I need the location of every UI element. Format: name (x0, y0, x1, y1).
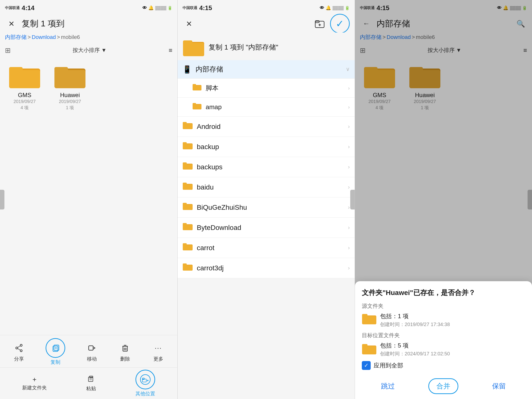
move-action[interactable]: 移动 (85, 341, 99, 362)
share-action[interactable]: 分享 (12, 341, 26, 362)
svg-point-26 (140, 375, 150, 384)
more-action[interactable]: ··· 更多 (152, 341, 165, 362)
dest-folder-icon (362, 343, 377, 356)
folder-list-item-backups[interactable]: backups › (178, 157, 355, 177)
share-icon (12, 341, 26, 355)
folder-list-2: 📱 内部存储 ∨ 脚本 › amap › Android › (178, 60, 355, 399)
chevron-down-icon: ∨ (346, 66, 350, 72)
list-view-icon-1[interactable]: ≡ (169, 47, 172, 54)
copy-dest-folder-icon (183, 37, 205, 57)
svg-line-10 (18, 349, 20, 350)
file-count-huawei-1: 1 项 (66, 105, 74, 111)
keep-button[interactable]: 保留 (487, 380, 511, 393)
folder-list-item-internal[interactable]: 📱 内部存储 ∨ (178, 60, 355, 79)
side-tab-2[interactable] (350, 190, 355, 209)
internal-storage-label: 内部存储 (196, 65, 342, 74)
folder-list-item-carrot3dj[interactable]: carrot3dj › (178, 258, 355, 278)
copy-action[interactable]: 复制 (46, 338, 65, 365)
folder-list-item-scripts[interactable]: 脚本 › (178, 79, 355, 98)
bytedownload-label: ByteDownload (197, 224, 344, 232)
chevron-right-backup: › (348, 144, 350, 150)
panel3: 中国联通 4:15 👁 🔔 ▒▒▒▒ 🔋 ← 内部存储 🔍 内部存储 > Dow… (355, 0, 532, 399)
delete-label: 删除 (120, 356, 130, 362)
new-folder-icon-bottom: + (33, 376, 36, 383)
other-location-action[interactable]: 其他位置 (135, 370, 155, 397)
apply-all-checkbox[interactable]: ✓ (362, 361, 371, 370)
close-button-2[interactable]: ✕ (183, 17, 195, 30)
dest-folder-row: 包括：5 项 创建时间：2024/09/17 12:02:50 (362, 342, 525, 357)
folder-list-item-android[interactable]: Android › (178, 117, 355, 137)
folder-icon-bytedownload (183, 222, 193, 233)
new-folder-action[interactable]: + 新建文件夹 (22, 376, 47, 391)
source-folder-icon (362, 312, 377, 328)
breadcrumb-root-1[interactable]: 内部存储 (5, 34, 27, 41)
page-title-1: 复制 1 项到 (22, 18, 172, 29)
eye-icon: 👁 (142, 5, 147, 11)
folder-icon-android (183, 121, 193, 132)
svg-line-9 (18, 346, 20, 347)
more-label: 更多 (153, 356, 163, 362)
copy-icon (46, 338, 65, 358)
svg-point-7 (16, 347, 18, 349)
folder-icon-backups (183, 161, 193, 173)
file-item-gms-1[interactable]: GMS 2019/09/27 4 项 (5, 63, 44, 111)
svg-rect-30 (315, 21, 319, 23)
svg-rect-47 (183, 144, 193, 149)
folder-list-item-biquge[interactable]: BiQuGeZhuiShu › (178, 197, 355, 218)
confirm-circle-button[interactable]: ✓ (330, 14, 350, 34)
svg-rect-38 (193, 86, 201, 90)
folder-list-item-bytedownload[interactable]: ByteDownload › (178, 218, 355, 238)
file-name-huawei-1: Huawei (60, 92, 80, 99)
folder-list-item-amap[interactable]: amap › (178, 98, 355, 117)
delete-icon (118, 341, 132, 355)
folder-icon-carrot (183, 242, 193, 253)
scripts-label: 脚本 (206, 84, 344, 92)
folder-list-item-carrot[interactable]: carrot › (178, 238, 355, 258)
file-count-gms-1: 4 项 (20, 105, 29, 111)
breadcrumb-1: 内部存储 > Download > mobile6 (0, 33, 177, 43)
new-folder-icon[interactable]: ⊞ (5, 46, 11, 54)
file-item-huawei-1[interactable]: Huawei 2019/09/27 1 项 (50, 63, 90, 111)
folder-new-icon-2[interactable] (313, 17, 326, 30)
backup-label: backup (197, 143, 344, 151)
svg-rect-41 (193, 104, 201, 109)
share-label: 分享 (14, 356, 24, 362)
paste-action[interactable]: 粘贴 (86, 375, 96, 392)
source-date: 创建时间：2019/09/27 17:34:38 (380, 321, 450, 328)
svg-point-6 (20, 344, 22, 346)
panel2-top-bar: ✕ ✓ (178, 15, 355, 33)
chevron-right-carrot: › (348, 245, 350, 251)
breadcrumb-mid-1[interactable]: Download (32, 34, 56, 40)
move-label: 移动 (87, 356, 97, 362)
close-icon-2: ✕ (186, 19, 192, 28)
sort-button-1[interactable]: 按大小排序 ▼ (14, 47, 166, 54)
folder-list-item-baidu[interactable]: baidu › (178, 177, 355, 197)
new-folder-label: 新建文件夹 (22, 384, 47, 391)
baidu-label: baidu (197, 183, 344, 191)
more-icon: ··· (152, 341, 165, 355)
folder-icon-gms-1 (9, 63, 41, 90)
merge-buttons: 跳过 合并 保留 (362, 376, 525, 394)
merge-button[interactable]: 合并 (428, 378, 458, 394)
check-icon: ✓ (336, 18, 344, 29)
paste-icon (87, 375, 95, 384)
chevron-right-scripts: › (348, 85, 350, 91)
carrot3dj-label: carrot3dj (197, 264, 344, 272)
folder-icon-huawei-1 (54, 63, 86, 90)
file-grid-1: GMS 2019/09/27 4 项 Huawei 2019/09/27 1 项 (0, 58, 177, 335)
source-folder-row: 包括：1 项 创建时间：2019/09/27 17:34:38 (362, 312, 525, 328)
svg-rect-56 (183, 205, 193, 210)
android-label: Android (197, 123, 344, 131)
breadcrumb-sep1-1: > (28, 34, 31, 40)
close-button-1[interactable]: ✕ (5, 17, 18, 30)
other-location-label: 其他位置 (135, 390, 155, 397)
merge-title: 文件夹"Huawei"已存在，是否合并？ (362, 288, 525, 297)
time-2: 4:15 (199, 4, 212, 12)
folder-list-item-backup[interactable]: backup › (178, 137, 355, 157)
svg-rect-53 (183, 184, 193, 190)
skip-button[interactable]: 跳过 (376, 380, 400, 393)
side-tab-1[interactable] (0, 190, 4, 209)
status-bar-1: 中国联通 4:14 👁 🔔 ▒▒▒▒ 🔋 (0, 0, 177, 15)
eye-icon-2: 👁 (320, 5, 324, 11)
delete-action[interactable]: 删除 (118, 341, 132, 362)
